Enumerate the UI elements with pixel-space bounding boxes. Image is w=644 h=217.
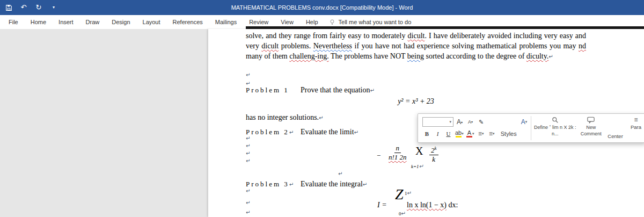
tell-me-box[interactable]: Tell me what you want to do — [329, 19, 412, 25]
problem-2-heading: Problem 2↵Evaluate the limit↵ — [246, 128, 358, 136]
term-fraction: 2k k — [429, 146, 438, 164]
pilcrow-mark: ↵ — [338, 171, 342, 177]
paragraph-text: solve, and they range from fairly easy t… — [246, 32, 408, 40]
pilcrow-mark: ↵ — [370, 88, 374, 93]
grow-font-button[interactable]: A▴ — [455, 117, 464, 127]
term-exponent: k — [435, 146, 437, 151]
highlight-letters: ab — [455, 130, 462, 135]
problem-3-label-text: Problem 3 — [246, 180, 289, 188]
minus-sign: − — [377, 151, 380, 160]
underline-button[interactable]: U — [444, 129, 453, 139]
chevron-down-icon: ▾ — [472, 132, 474, 136]
title-bar: ↶ ↻ ▾ MATHEMATICAL PROBLEMS conv.docx [C… — [0, 0, 644, 15]
tab-references[interactable]: References — [173, 19, 203, 25]
problem-2-lead: Evaluate the limit — [301, 128, 354, 136]
mini-toolbar-formatting: ▾ A▴ A▾ ✎ A▾ B I U ab ▾ A ▾ ≡▾ ≡▾ — [418, 114, 530, 142]
mini-toolbar: ▾ A▴ A▾ ✎ A▾ B I U ab ▾ A ▾ ≡▾ ≡▾ — [418, 113, 644, 143]
pilcrow-mark: ↵ — [246, 143, 250, 149]
format-painter-icon: ✎ — [479, 119, 484, 126]
problem-1-label: Problem 1 — [246, 86, 301, 95]
tab-review[interactable]: Review — [249, 19, 268, 25]
problem-3-heading: Problem 3↵Evaluate the integral↵ — [246, 180, 367, 189]
highlight-color-button[interactable]: ab ▾ — [455, 129, 464, 139]
term-numerator: 2k — [429, 146, 438, 155]
problem-3-label: Problem 3↵ — [246, 180, 301, 189]
misspelled-word: challeng-ing. — [289, 52, 328, 60]
pilcrow-mark: ↵ — [246, 188, 250, 194]
tab-draw[interactable]: Draw — [86, 19, 100, 25]
integral-formula: I = Z 1↵ 0↵ ln x ln(1 − x) dx: — [369, 185, 530, 217]
magnifier-icon — [551, 116, 559, 124]
misspelled-word: nd — [579, 42, 586, 50]
problem-3-lead: Evaluate the integral — [301, 180, 363, 188]
paragraph-text: problems. — [279, 42, 313, 50]
format-painter-button[interactable]: ✎ — [477, 117, 486, 127]
integral-lhs: I = — [377, 201, 387, 209]
integral-upper-limit: 1↵ — [405, 190, 412, 196]
highlight-swatch — [456, 136, 462, 138]
tab-insert[interactable]: Insert — [58, 19, 74, 25]
font-color-button[interactable]: A ▾ — [466, 129, 475, 139]
paragraph-label: Para — [631, 125, 641, 130]
mini-toolbar-row-2: B I U ab ▾ A ▾ ≡▾ ≡▾ Styles — [422, 128, 529, 140]
pilcrow-mark: ↵ — [246, 209, 250, 215]
styles-button[interactable]: Styles — [500, 129, 517, 139]
tab-layout[interactable]: Layout — [143, 19, 160, 25]
limit-fraction: n n!1 2n — [387, 144, 408, 162]
define-label-line2: n... — [552, 131, 559, 136]
paragraph-text: The problems have NOT — [329, 52, 407, 60]
fraction-numerator: n — [394, 144, 401, 153]
numbering-button[interactable]: ≡▾ — [487, 129, 496, 139]
comment-icon — [587, 116, 595, 124]
integral-sign: Z — [395, 186, 404, 203]
tab-file[interactable]: File — [9, 19, 18, 25]
chevron-down-icon: ▾ — [493, 132, 495, 136]
shrink-font-button[interactable]: A▾ — [466, 117, 475, 127]
grammar-flagged-word: Nevertheless — [313, 42, 352, 50]
smart-lookup-button[interactable]: Define ˆ lim n X 2k : n... — [532, 114, 578, 142]
text-effects-button[interactable]: A▾ — [519, 117, 529, 127]
pilcrow-mark: ↵ — [246, 158, 250, 164]
style-combo-box[interactable]: ▾ — [422, 117, 453, 127]
pilcrow-mark: ↵ — [354, 129, 358, 135]
misspelled-word: diculty. — [526, 52, 548, 60]
tab-design[interactable]: Design — [112, 19, 130, 25]
ribbon-tabs: File Home Insert Draw Design Layout Refe… — [0, 19, 318, 25]
problem-2-label-text: Problem 2 — [246, 128, 289, 136]
new-comment-button[interactable]: New Comment — [578, 114, 605, 142]
bullets-button[interactable]: ≡▾ — [477, 129, 486, 139]
tab-home[interactable]: Home — [31, 19, 46, 25]
problem-1-lead: Prove that the equation — [301, 86, 370, 94]
problem-1-heading: Problem 1Prove that the equation↵ — [246, 86, 375, 95]
bold-button[interactable]: B — [422, 129, 431, 139]
sum-lower-text: k=1 — [411, 164, 419, 169]
tab-help[interactable]: Help — [306, 19, 318, 25]
new-comment-label-line1: New — [586, 125, 596, 130]
define-label-line1: Define ˆ lim n X 2k : — [534, 125, 576, 130]
integral-lower-limit: 0↵ — [399, 211, 406, 216]
word-window: ↶ ↻ ▾ MATHEMATICAL PROBLEMS conv.docx [C… — [0, 0, 644, 217]
chevron-down-icon: ▾ — [525, 120, 528, 124]
chevron-down-icon: ▾ — [462, 132, 464, 136]
tab-view[interactable]: View — [281, 19, 294, 25]
highlight-icon: ab — [455, 130, 462, 138]
chevron-down-icon: ▾ — [449, 120, 451, 124]
pilcrow-mark: ↵ — [401, 211, 406, 216]
grow-font-letter: A — [457, 118, 461, 126]
toolbar-divider — [531, 116, 531, 140]
tell-me-label: Tell me what you want to do — [339, 19, 412, 25]
pilcrow-mark: ↵ — [319, 115, 323, 121]
integrand-flagged: ln x ln(1 − x) — [407, 201, 447, 209]
paragraph-text: sorted according to the degree of — [424, 52, 526, 60]
center-button[interactable]: Center — [604, 114, 626, 142]
paragraph-button[interactable]: ≡ Para — [626, 114, 644, 142]
clipped-text-line — [246, 26, 644, 29]
italic-button[interactable]: I — [433, 129, 442, 139]
pilcrow-mark: ↵ — [246, 150, 250, 156]
grammar-flagged-word: being — [407, 52, 424, 60]
misspelled-word: dicult — [408, 32, 425, 40]
chevron-down-icon: ▾ — [482, 132, 484, 136]
bullets-icon: ≡ — [478, 130, 482, 138]
integrand: ln x ln(1 − x) dx: — [407, 201, 458, 209]
tab-mailings[interactable]: Mailings — [215, 19, 237, 25]
